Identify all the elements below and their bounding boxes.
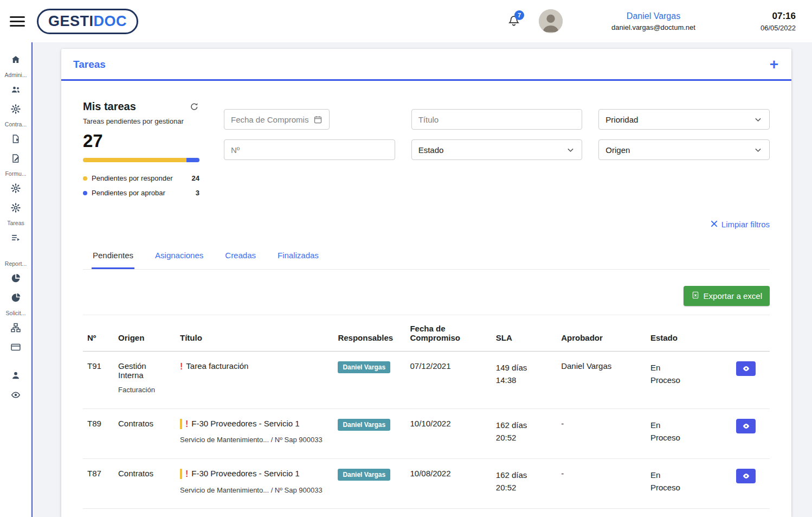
eye-icon <box>10 394 21 402</box>
menu-toggle-button[interactable] <box>10 16 25 27</box>
tasks-table: Nº Origen Título Responsables Fecha de C… <box>83 315 770 509</box>
task-id-cell: T91 <box>83 352 114 409</box>
table-header-row: Nº Origen Título Responsables Fecha de C… <box>83 315 770 352</box>
avatar-image <box>539 9 563 33</box>
task-title: Tarea facturación <box>186 361 248 371</box>
document-play-icon <box>10 138 21 146</box>
task-origin-sub: Facturación <box>118 385 171 395</box>
sidebar-item-visibilidad[interactable] <box>10 390 21 400</box>
titulo-field[interactable] <box>411 109 583 130</box>
calendar-icon <box>313 115 323 124</box>
origen-select[interactable]: Origen <box>598 139 770 160</box>
person-icon <box>10 374 21 382</box>
table-row: T91 Gestión Interna Facturación ! Tarea … <box>83 352 770 409</box>
prioridad-select[interactable]: Prioridad <box>598 109 770 130</box>
view-task-button[interactable] <box>736 361 756 376</box>
clock: 07:16 06/05/2022 <box>761 11 796 32</box>
avatar[interactable] <box>539 9 563 33</box>
user-name[interactable]: Daniel Vargas <box>611 11 695 21</box>
task-origin: Contratos <box>118 419 171 428</box>
notifications-button[interactable]: 7 <box>507 15 520 28</box>
sidebar-item-usuarios[interactable] <box>10 84 21 95</box>
sidebar-group-contratos: Contra... <box>5 121 27 127</box>
fecha-compromiso-field[interactable] <box>224 109 330 130</box>
sidebar-group-administracion: Admini... <box>5 72 27 78</box>
gear-icon <box>10 187 21 195</box>
task-actions-cell <box>732 409 770 458</box>
refresh-button[interactable] <box>189 100 199 112</box>
legend-dot-blue <box>83 191 87 195</box>
card-header: Tareas + <box>61 49 791 81</box>
eye-icon <box>742 422 751 431</box>
view-task-button[interactable] <box>736 419 756 433</box>
task-title-cell: ! Tarea facturación <box>176 352 333 409</box>
table-row: T87 Contratos ! F-30 Proveedores - Servi… <box>83 458 770 508</box>
sidebar-item-configuracion-3[interactable] <box>10 202 21 213</box>
card-icon <box>10 346 21 354</box>
task-status-cell: En Proceso <box>646 409 732 458</box>
sidebar-item-configuracion-2[interactable] <box>10 183 21 194</box>
sitemap-icon <box>10 327 21 335</box>
sidebar-item-documentos[interactable] <box>10 133 21 144</box>
legend-dot-yellow <box>83 176 87 181</box>
priority-bar <box>180 419 182 429</box>
task-status: En Proceso <box>650 419 684 444</box>
sidebar-item-reporte-2[interactable] <box>10 292 21 303</box>
task-status: En Proceso <box>650 469 684 494</box>
home-icon <box>10 59 21 67</box>
tab-finalizadas[interactable]: Finalizadas <box>276 245 320 269</box>
task-title-cell: ! F-30 Proveedores - Servicio 1 Servicio… <box>176 458 333 508</box>
pie-chart-icon <box>10 277 21 285</box>
legend-label: Pendientes por aprobar <box>92 189 196 197</box>
task-origin-cell: Contratos <box>114 458 176 508</box>
sidebar-item-plantillas[interactable] <box>10 153 21 164</box>
sidebar: Admini... Contra... Formu... Tareas Repo… <box>0 42 33 517</box>
progress-responder <box>83 158 186 162</box>
task-origin-cell: Gestión Interna Facturación <box>114 352 176 409</box>
col-aprobador: Aprobador <box>557 315 646 352</box>
task-title: F-30 Proveedores - Servicio 1 <box>191 469 299 478</box>
sidebar-item-flujos[interactable] <box>10 322 21 333</box>
sidebar-item-tarjetas[interactable] <box>10 342 21 353</box>
clear-filters-link[interactable]: Limpiar filtros <box>711 220 770 229</box>
sidebar-item-perfil[interactable] <box>10 370 21 381</box>
sidebar-group-tareas: Tareas <box>7 220 24 226</box>
task-responsible-cell: Daniel Vargas <box>333 352 405 409</box>
view-task-button[interactable] <box>736 469 756 483</box>
summary-panel: Mis tareas Tareas pendientes por gestion… <box>83 100 199 203</box>
sla-time: 14:38 <box>496 374 552 386</box>
fecha-compromiso-input[interactable] <box>231 115 309 124</box>
sidebar-item-configuracion-1[interactable] <box>10 104 21 114</box>
chevron-down-icon <box>753 115 763 124</box>
table-row: T89 Contratos ! F-30 Proveedores - Servi… <box>83 409 770 458</box>
tab-asignaciones[interactable]: Asignaciones <box>154 245 204 269</box>
sidebar-item-lista-tareas[interactable] <box>10 232 21 243</box>
task-origin: Gestión Interna <box>118 361 171 380</box>
task-approver-cell: Daniel Vargas <box>557 352 646 409</box>
numero-field[interactable] <box>224 139 395 160</box>
add-task-button[interactable]: + <box>770 57 778 72</box>
sidebar-item-reporte-1[interactable] <box>10 273 21 284</box>
numero-input[interactable] <box>231 145 388 155</box>
task-list-icon <box>10 237 21 245</box>
priority-exclamation-icon: ! <box>185 419 188 430</box>
task-status-cell: En Proceso <box>646 458 732 508</box>
tab-creadas[interactable]: Creadas <box>224 245 257 269</box>
task-sla-cell: 162 días 20:52 <box>492 458 557 508</box>
sidebar-item-home[interactable] <box>10 54 21 65</box>
legend-aprobar: Pendientes por aprobar 3 <box>83 189 199 197</box>
legend-label: Pendientes por responder <box>92 174 192 182</box>
task-title-sub: Servicio de Mantenimiento... / Nº Sap 90… <box>180 435 329 445</box>
tareas-card: Tareas + Mis tareas Tareas pendientes po… <box>61 49 791 517</box>
chevron-down-icon <box>566 145 575 155</box>
clear-filters-label: Limpiar filtros <box>721 220 770 229</box>
close-icon <box>711 220 718 229</box>
estado-select[interactable]: Estado <box>411 139 583 160</box>
col-titulo: Título <box>176 315 333 352</box>
export-excel-button[interactable]: Exportar a excel <box>684 286 770 306</box>
tab-pendientes[interactable]: Pendientes <box>92 245 134 269</box>
titulo-input[interactable] <box>418 115 576 124</box>
task-id-cell: T89 <box>83 409 114 458</box>
sla-time: 20:52 <box>496 431 552 444</box>
tab-bar: Pendientes Asignaciones Creadas Finaliza… <box>83 245 770 270</box>
